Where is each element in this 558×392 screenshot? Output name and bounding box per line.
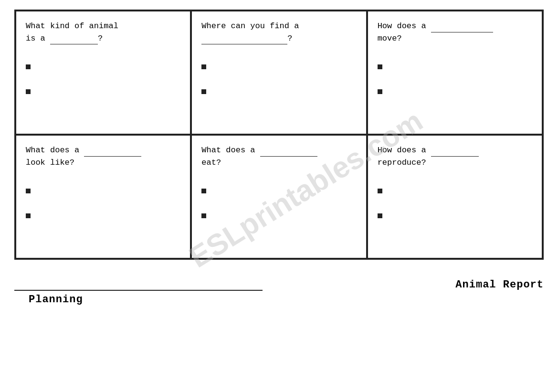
bullet-icon: [26, 189, 31, 193]
cell-5-blank: [260, 150, 317, 157]
bullet-icon: [201, 64, 206, 69]
cell-6-bullets: [378, 187, 532, 218]
bullet-line: [378, 63, 532, 69]
bullet-line: [201, 212, 356, 218]
cell-2-bullets: [201, 63, 356, 94]
cell-3-line2: move?: [378, 34, 402, 43]
grid-row-2: What does a look like? What does a eat?: [15, 135, 543, 259]
cell-4-pre: What does a: [26, 146, 84, 155]
page-wrapper: What kind of animal is a ? Where can you…: [14, 10, 544, 306]
cell-3-bullets: [378, 63, 532, 94]
bullet-line: [378, 212, 532, 218]
cell-1-line1: What kind of animal: [26, 21, 118, 31]
cell-1-bullets: [26, 63, 180, 94]
cell-2-blank: [201, 38, 287, 44]
cell-5-line2: eat?: [201, 158, 221, 167]
bullet-icon: [26, 89, 31, 94]
cell-3-blank: [431, 26, 493, 32]
footer-line-row: Animal Report: [14, 279, 544, 291]
bullet-line: [201, 87, 356, 94]
cell-5-bullets: [201, 187, 356, 218]
bullet-icon: [378, 64, 382, 69]
cell-look-like: What does a look like?: [15, 135, 191, 259]
cell-1-line2-pre: is a: [26, 34, 50, 43]
cell-2-line1: Where can you find a: [201, 21, 299, 31]
cell-how-move: How does a move?: [367, 11, 543, 135]
cell-3-pre: How does a: [378, 21, 431, 31]
bullet-icon: [201, 89, 206, 94]
cell-where: Where can you find a ?: [191, 11, 367, 135]
cell-1-question: What kind of animal is a ?: [26, 20, 180, 44]
grid-row-1: What kind of animal is a ? Where can you…: [15, 11, 543, 135]
bullet-line: [26, 187, 180, 193]
bullet-line: [378, 187, 532, 193]
cell-5-question: What does a eat?: [201, 144, 356, 169]
cell-reproduce: How does a reproduce?: [367, 135, 543, 259]
cell-4-blank: [84, 150, 141, 157]
cell-5-pre: What does a: [201, 146, 260, 155]
cell-2-post: ?: [287, 34, 292, 43]
bullet-icon: [378, 89, 382, 94]
bullet-line: [26, 87, 180, 94]
footer-underline: [14, 282, 263, 291]
grid-container: What kind of animal is a ? Where can you…: [14, 10, 544, 260]
cell-3-question: How does a move?: [378, 20, 532, 44]
bullet-icon: [26, 213, 31, 218]
bullet-icon: [201, 213, 206, 218]
cell-4-bullets: [26, 187, 180, 218]
bullet-icon: [201, 189, 206, 193]
bullet-line: [201, 187, 356, 193]
cell-eat: What does a eat?: [191, 135, 367, 259]
cell-6-line2: reproduce?: [378, 158, 426, 167]
footer-area: Animal Report Planning: [14, 274, 544, 306]
footer-title: Animal Report: [455, 279, 544, 291]
cell-4-question: What does a look like?: [26, 144, 180, 169]
cell-2-question: Where can you find a ?: [201, 20, 356, 44]
cell-what-kind: What kind of animal is a ?: [15, 11, 191, 135]
bullet-line: [201, 63, 356, 69]
footer-planning: Planning: [29, 294, 83, 306]
cell-6-question: How does a reproduce?: [378, 144, 532, 169]
cell-6-blank: [431, 150, 479, 157]
footer-planning-row: Planning: [14, 294, 83, 306]
cell-1-line2-post: ?: [98, 34, 103, 43]
bullet-icon: [26, 64, 31, 69]
bullet-icon: [378, 189, 382, 193]
cell-6-pre: How does a: [378, 146, 431, 155]
bullet-line: [26, 212, 180, 218]
cell-4-line2: look like?: [26, 158, 74, 167]
bullet-line: [26, 63, 180, 69]
bullet-line: [378, 87, 532, 94]
bullet-icon: [378, 213, 382, 218]
cell-1-blank: [50, 38, 98, 44]
